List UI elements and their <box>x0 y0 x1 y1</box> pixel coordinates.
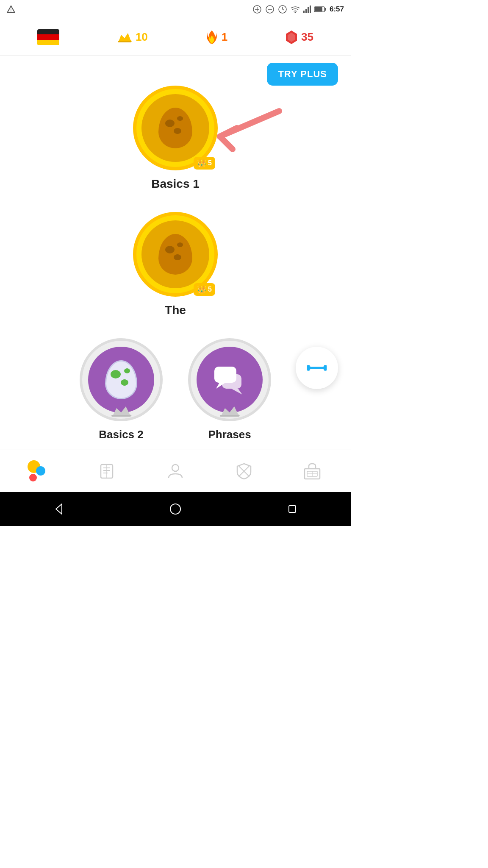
egg-spot-1 <box>165 120 175 127</box>
basics1-label: Basics 1 <box>151 177 200 191</box>
chat-bubbles-icon <box>213 365 247 395</box>
basics1-crown-level: 5 <box>208 159 212 167</box>
android-home-icon <box>169 502 182 516</box>
svg-marker-30 <box>231 389 242 395</box>
svg-line-24 <box>220 136 233 149</box>
egg-spot-2 <box>174 128 181 134</box>
status-bar-right: 6:57 <box>252 5 344 14</box>
phrases-crown <box>219 405 240 420</box>
clock-icon <box>278 5 287 14</box>
nav-home[interactable] <box>17 456 60 486</box>
svg-rect-13 <box>308 7 309 13</box>
crown-count: 10 <box>136 31 148 44</box>
wifi-icon <box>291 6 300 13</box>
the-egg-spot-2 <box>174 254 181 260</box>
the-label: The <box>165 303 186 317</box>
green-spot-1 <box>111 370 121 378</box>
green-spot-2 <box>121 379 128 386</box>
status-bar-left: ! <box>7 5 15 14</box>
fire-icon <box>205 30 218 45</box>
android-home[interactable] <box>166 500 185 518</box>
basics2-inner <box>88 347 154 413</box>
basics2-label: Basics 2 <box>99 428 144 441</box>
circle-plus-icon <box>252 5 262 14</box>
gem-counter: 35 <box>285 30 313 45</box>
nav-learn[interactable] <box>86 456 128 486</box>
battery-icon <box>314 6 326 13</box>
egg-spot-3 <box>177 116 183 121</box>
svg-rect-11 <box>303 11 305 13</box>
warning-icon: ! <box>7 5 15 14</box>
try-plus-button[interactable]: TRY PLUS <box>267 63 338 86</box>
dumbbell-button[interactable] <box>296 347 338 389</box>
android-back[interactable] <box>49 500 68 518</box>
basics2-egg <box>105 360 137 399</box>
svg-rect-17 <box>325 8 326 11</box>
phrases-crown-icon <box>219 405 240 417</box>
dot-blue <box>36 466 45 476</box>
svg-text:!: ! <box>11 8 12 13</box>
nav-shop[interactable] <box>291 456 333 486</box>
german-flag <box>37 29 59 45</box>
main-content: TRY PLUS 👑 5 <box>0 56 351 450</box>
lesson-the[interactable]: 👑 5 The <box>0 199 351 326</box>
basics2-outer <box>80 338 163 421</box>
fire-counter: 1 <box>205 30 227 45</box>
svg-rect-12 <box>305 9 307 13</box>
svg-rect-19 <box>118 41 131 42</box>
android-recent[interactable] <box>283 500 302 518</box>
time-display: 6:57 <box>330 5 344 14</box>
dot-red <box>29 474 37 481</box>
lesson-basics2[interactable]: Basics 2 <box>80 338 163 441</box>
circle-minus-icon <box>265 5 274 14</box>
svg-rect-37 <box>310 367 324 369</box>
basics2-crown-icon <box>111 405 132 417</box>
the-egg <box>158 234 192 275</box>
lesson-phrases[interactable]: Phrases <box>188 338 271 441</box>
svg-point-10 <box>294 12 296 13</box>
crown-icon <box>117 31 132 43</box>
basics2-crown <box>111 405 132 420</box>
lesson-row: Basics 2 <box>0 326 351 450</box>
profile-icon <box>166 462 185 481</box>
svg-rect-52 <box>289 506 296 512</box>
svg-rect-36 <box>324 365 327 370</box>
shop-icon <box>303 462 322 481</box>
the-egg-spot-1 <box>165 246 175 253</box>
the-circle-container: 👑 5 <box>133 212 218 297</box>
basics1-egg <box>158 108 192 148</box>
fire-count: 1 <box>222 31 227 44</box>
phrases-label: Phrases <box>208 428 251 441</box>
svg-marker-50 <box>56 504 62 514</box>
svg-rect-26 <box>111 415 131 417</box>
svg-point-43 <box>172 465 179 471</box>
phrases-outer <box>188 338 271 421</box>
phrases-inner <box>197 347 263 413</box>
green-spot-3 <box>124 368 130 373</box>
lesson-basics1[interactable]: 👑 5 Basics 1 <box>0 73 351 199</box>
the-gold-ring: 👑 5 <box>133 212 218 297</box>
home-icon <box>28 460 50 482</box>
nav-shield[interactable] <box>223 456 265 486</box>
svg-point-51 <box>170 504 180 514</box>
language-selector[interactable] <box>37 29 59 45</box>
app-header: 10 1 35 <box>0 19 351 56</box>
android-back-icon <box>52 502 65 516</box>
nav-profile[interactable] <box>154 456 197 486</box>
status-bar: ! <box>0 0 351 19</box>
arrow-pointer <box>199 107 283 158</box>
gem-count: 35 <box>301 31 313 44</box>
basics1-crown-badge: 👑 5 <box>194 157 215 170</box>
svg-marker-25 <box>111 406 132 416</box>
android-nav <box>0 492 351 526</box>
dumbbell-icon <box>306 357 327 378</box>
signal-icon <box>303 6 311 13</box>
the-inner <box>141 220 209 288</box>
svg-rect-35 <box>307 365 310 370</box>
android-recent-icon <box>286 502 299 516</box>
the-crown-level: 5 <box>208 286 212 293</box>
svg-rect-29 <box>222 374 241 389</box>
svg-line-9 <box>283 9 284 10</box>
svg-marker-18 <box>117 33 132 42</box>
bottom-nav <box>0 450 351 492</box>
